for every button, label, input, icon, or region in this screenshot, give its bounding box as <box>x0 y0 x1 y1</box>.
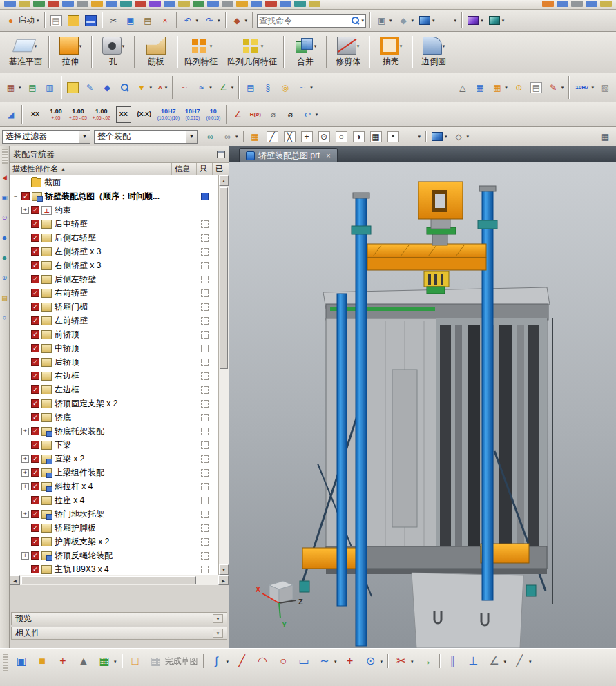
dim-fit1-button[interactable]: 10H7(10.01)(10) <box>155 104 182 125</box>
circle-button[interactable]: ○ <box>273 652 293 670</box>
selection-filter-combo[interactable]: 选择过滤器 ▼ <box>2 130 90 144</box>
menu-icon-clipped[interactable] <box>586 1 597 7</box>
slash-constraint-button[interactable]: ╱▾ <box>509 652 535 670</box>
menu-icon-clipped[interactable] <box>265 1 277 7</box>
component-checkbox[interactable]: ✓ <box>31 289 39 297</box>
menu-icon-clipped[interactable] <box>164 1 175 7</box>
tree-expand-toggle[interactable]: + <box>21 483 29 490</box>
model-toe-guard[interactable] <box>412 573 523 648</box>
studio-spline-button[interactable]: ∼▾ <box>314 652 340 670</box>
component-state-box[interactable] <box>201 400 209 408</box>
component-checkbox[interactable]: ✓ <box>31 537 39 546</box>
quick-trim-button[interactable]: ✂▾ <box>391 652 416 670</box>
sketch-button[interactable]: ▣ <box>11 652 32 670</box>
snap-toggle-button[interactable]: ▦ <box>247 129 264 144</box>
menu-icon-clipped[interactable] <box>149 1 161 7</box>
tree-row[interactable]: ✓后中轿壁 <box>10 217 218 231</box>
menu-icon-clipped[interactable] <box>571 1 583 7</box>
component-checkbox[interactable]: ✓ <box>31 372 39 380</box>
component-state-box[interactable] <box>201 524 209 532</box>
snap-endpoint-button[interactable]: ╱ <box>264 129 281 144</box>
component-checkbox[interactable]: ✓ <box>31 385 39 394</box>
quick-extend-button[interactable]: → <box>416 652 437 670</box>
menu-icon-clipped[interactable] <box>542 1 554 7</box>
tree-collapse-toggle[interactable]: − <box>12 193 19 200</box>
menu-icon-clipped[interactable] <box>178 1 190 7</box>
resource-tab-web-browser[interactable]: ⊕ <box>0 273 9 283</box>
tree-row[interactable]: ✓前轿顶 <box>10 327 218 341</box>
viewport-3d-canvas[interactable]: X Z Y <box>229 162 616 648</box>
tree-expand-toggle[interactable]: + <box>21 469 29 477</box>
tree-row[interactable]: 截面 <box>10 175 218 189</box>
roles-button[interactable]: ◆▾ <box>395 13 417 28</box>
column-descriptive-part-name[interactable]: 描述性部件名 ▲ <box>10 163 172 175</box>
component-state-box[interactable] <box>201 538 209 546</box>
menu-icon-clipped[interactable] <box>77 1 88 7</box>
snap-midpoint-button[interactable]: ╳ <box>281 129 298 144</box>
command-finder-input[interactable] <box>259 16 349 26</box>
tree-row[interactable]: +✓斜拉杆 x 4 <box>10 479 218 493</box>
snap-more-dropdown[interactable]: ▾ <box>402 129 424 144</box>
layer-visible-button[interactable]: ▤ <box>24 80 41 95</box>
measure-button[interactable]: ∠▾ <box>215 80 237 95</box>
dim-fit2-button[interactable]: 10H7(0.015) <box>182 104 203 125</box>
component-checkbox[interactable]: ✓ <box>31 206 39 214</box>
repeat-command-button[interactable]: ◆▾ <box>229 13 251 28</box>
tree-row[interactable]: ✓右侧轿壁 x 3 <box>10 258 218 272</box>
part-tab[interactable]: 轿壁装配总图.prt × <box>239 148 338 162</box>
tree-expand-toggle[interactable]: + <box>21 207 29 214</box>
component-checkbox[interactable]: ✓ <box>31 482 39 490</box>
torus-tool-button[interactable]: ◎ <box>276 80 293 95</box>
resource-tab-hd3d-tools[interactable]: ◆ <box>0 253 9 263</box>
snap-quadrant-button[interactable]: ◑ <box>350 129 367 144</box>
dim-prefs-button[interactable]: ◢ <box>2 107 19 122</box>
component-state-box[interactable] <box>201 345 209 352</box>
render-style-button[interactable]: ▾ <box>486 14 508 27</box>
undo-button[interactable]: ↶▾ <box>180 13 202 28</box>
vscroll-track[interactable] <box>219 186 229 564</box>
sketch-curve-button[interactable]: ∼▾ <box>293 80 316 95</box>
rib-button[interactable]: 筋板 <box>137 33 175 71</box>
leader-button[interactable]: ↩▾ <box>299 107 321 122</box>
component-checkbox[interactable]: ✓ <box>31 220 39 228</box>
show-constraints-button[interactable]: □ <box>125 652 146 670</box>
touch-mode-button[interactable]: ▣▾ <box>373 13 395 28</box>
text-tools-button[interactable]: A▾ <box>155 80 170 95</box>
tree-expand-toggle[interactable]: + <box>21 511 29 518</box>
point-button[interactable]: + <box>340 652 360 670</box>
section-list-button[interactable]: ▤ <box>242 80 259 95</box>
find-button[interactable] <box>116 80 133 95</box>
layer-settings-button[interactable]: ▥ <box>41 80 59 95</box>
tab-close-icon[interactable]: × <box>326 151 330 160</box>
resource-tab-history[interactable]: ▤ <box>0 293 9 303</box>
command-finder[interactable]: ▾ <box>257 14 366 28</box>
component-checkbox[interactable]: ✓ <box>31 510 39 518</box>
menu-icon-clipped[interactable] <box>251 1 262 7</box>
tree-vertical-scrollbar[interactable]: ▲ ▼ <box>218 175 229 575</box>
more-views-button[interactable]: ▾ <box>438 13 460 28</box>
tree-row[interactable]: ✓下梁 <box>10 438 218 452</box>
parts-table-button[interactable]: ▦ <box>597 129 614 144</box>
trim-body-button[interactable]: ▾修剪体 <box>329 33 367 71</box>
save-button[interactable]: ▬ <box>82 13 99 28</box>
component-state-box[interactable] <box>201 303 209 311</box>
pattern-geometry-button[interactable]: ▾阵列几何特征 <box>222 33 282 71</box>
component-state-box[interactable] <box>201 386 209 394</box>
component-state-box[interactable] <box>201 511 209 518</box>
limits-fits-button[interactable]: 10H7▾ <box>572 80 597 95</box>
sketch-csys-button[interactable]: ■ <box>32 652 52 670</box>
snap-point-button[interactable]: • <box>385 129 402 144</box>
component-state-box[interactable] <box>201 262 209 269</box>
menu-icon-clipped[interactable] <box>236 1 248 7</box>
menu-icon-clipped[interactable] <box>4 1 16 7</box>
component-state-box[interactable] <box>201 455 209 463</box>
tree-row[interactable]: ✓左前轿壁 <box>10 314 218 327</box>
paste-button[interactable]: ▤ <box>139 13 157 28</box>
menu-icon-clipped[interactable] <box>62 1 74 7</box>
search-dropdown-caret[interactable]: ▾ <box>362 18 365 23</box>
curve-button[interactable]: ∼ <box>175 80 193 95</box>
tree-row[interactable]: ✓护脚板支架 x 2 <box>10 535 218 549</box>
navigator-float-button[interactable] <box>217 151 225 158</box>
tree-row[interactable]: ✓轿厢护脚板 <box>10 521 218 535</box>
rectangle-button[interactable]: ▭ <box>293 652 314 670</box>
